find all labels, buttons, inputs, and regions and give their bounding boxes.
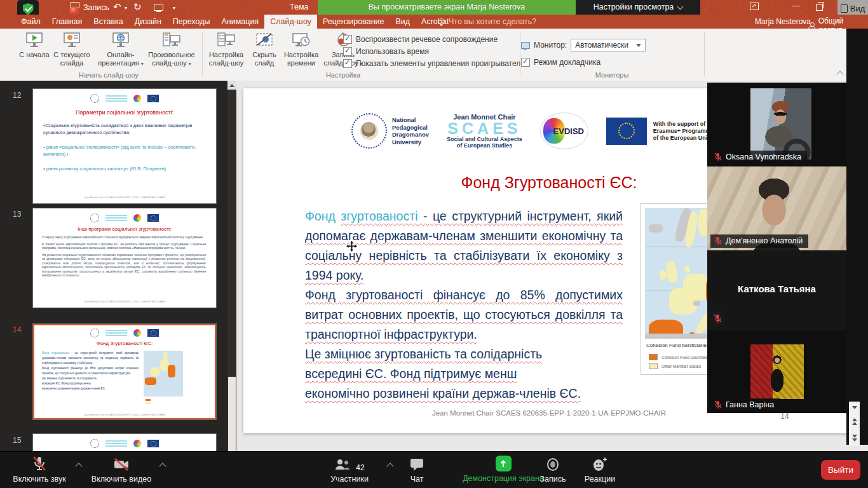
slide-thumbnail-12[interactable]: Параметри соціальної згуртованості: «Соц…: [33, 89, 216, 203]
thumb14-p3: Це зміцнює згуртованість та солідарність: [42, 376, 139, 381]
setup-slideshow-button[interactable]: Настройка слайд-шоу: [206, 32, 247, 67]
lightbulb-icon: [438, 18, 445, 25]
thumb14-map: [144, 351, 183, 407]
view-icon: [841, 4, 848, 13]
slide-thumbnail-15[interactable]: [33, 434, 216, 451]
undo-icon[interactable]: ↶: [113, 1, 121, 13]
start-video-button[interactable]: Включить видео: [86, 456, 156, 484]
previous-slide-button[interactable]: [852, 418, 857, 425]
tell-me-box[interactable]: Что вы хотите сделать?: [438, 17, 536, 26]
tab-animations[interactable]: Анимация: [215, 15, 264, 29]
ribbon-display-options-icon[interactable]: [750, 3, 759, 10]
custom-slideshow-button[interactable]: Произвольное слайд-шоу: [145, 32, 198, 68]
scroll-down-icon[interactable]: [852, 406, 857, 409]
restore-button[interactable]: [816, 4, 823, 11]
minimize-button[interactable]: —: [792, 1, 800, 10]
checkbox-icon: [521, 58, 530, 67]
rehearse-timings-button[interactable]: Настройка времени: [282, 32, 320, 67]
slide-body-text[interactable]: Фонд згуртованості - це структурний інст…: [305, 207, 623, 403]
tab-slideshow[interactable]: Слайд-шоу: [264, 15, 317, 29]
setup-slideshow-icon: [217, 32, 236, 48]
thumb13-title: Інші програми соціальної згуртованості:: [33, 226, 216, 232]
group-monitors: Мониторы: [520, 71, 704, 79]
zoom-viewing-banner: Вы просматриваете экран Marja Nesterova: [318, 0, 576, 15]
tab-home[interactable]: Главная: [46, 15, 88, 29]
rehearse-timings-icon: [292, 32, 311, 48]
participant-name: Oksana Vynohradska: [726, 152, 801, 161]
rehearse-timings-label: Настройка времени: [284, 51, 318, 67]
thumb13-body: У першу чергу згуртування Європейської С…: [42, 235, 206, 278]
reactions-label: Реакции: [580, 475, 620, 484]
body-p2: Фонд згуртованості фінансує до 85% допус…: [305, 285, 623, 344]
thumb12-body: «Соціальна згуртованість складається з д…: [43, 122, 203, 172]
reactions-button[interactable]: Реакции: [580, 456, 620, 484]
from-beginning-label: С начала: [19, 51, 49, 58]
slide-thumbnail-14-selected[interactable]: Фонд Згуртованості ЄС: Фонд згуртованост…: [33, 324, 216, 419]
slide-thumbnail-13[interactable]: Інші програми соціальної згуртованості: …: [33, 208, 216, 308]
legend-label: Cohesion Fund countries: [661, 355, 707, 360]
checkbox-show-media-controls[interactable]: Показать элементы управления проигрывате…: [343, 59, 530, 68]
thumb13-paragraph: Є багато інших європейських політик і пр…: [42, 242, 206, 250]
participant-tile-oksana[interactable]: Oksana Vynohradska: [707, 83, 846, 166]
start-slideshow-quick-icon[interactable]: [154, 4, 163, 11]
slide-nav-scroll-buttons[interactable]: [849, 402, 860, 446]
checkbox-use-timings[interactable]: Использовать время: [343, 47, 429, 56]
present-online-icon: [111, 32, 130, 48]
muted-mic-icon: [32, 456, 47, 472]
monitor-icon: [521, 42, 530, 49]
leave-button[interactable]: Выйти: [821, 460, 860, 480]
logos-strip: [33, 214, 216, 222]
quick-access-more-icon[interactable]: ▾: [173, 5, 175, 11]
participants-label: Участники: [316, 475, 383, 484]
scrollbar-thumb[interactable]: [228, 377, 236, 451]
slide-thumbnail-panel: 12 Параметри соціальної згуртованості: «…: [0, 81, 236, 451]
participants-chevron[interactable]: [386, 463, 393, 470]
monitor-select[interactable]: Автоматически: [571, 39, 646, 51]
participant-tile-katkova[interactable]: Каткова Татьяна: [707, 250, 846, 330]
view-settings-label: Настройки просмотра: [593, 0, 674, 15]
tab-view[interactable]: Вид: [390, 15, 416, 29]
recording-label: Запись: [83, 3, 109, 12]
participants-button[interactable]: 42 Участники: [316, 456, 383, 484]
checkbox-presenter-view[interactable]: Режим докладчика: [521, 58, 600, 67]
checkbox-play-narrations[interactable]: Воспроизвести речевое сопровождение: [343, 35, 498, 44]
tab-insert[interactable]: Вставка: [88, 15, 128, 29]
zoom-view-settings-button[interactable]: Настройки просмотра: [576, 0, 700, 15]
from-current-slide-button[interactable]: С текущего слайда: [52, 32, 92, 67]
hide-slide-button[interactable]: Скрыть слайд: [249, 32, 280, 67]
unmute-button[interactable]: Включить звук: [6, 456, 72, 484]
from-beginning-button[interactable]: С начала: [19, 32, 50, 59]
next-slide-button[interactable]: [852, 435, 857, 442]
ribbon-tabs: Файл Главная Вставка Дизайн Переходы Ани…: [15, 15, 454, 29]
participant-tile-hanna[interactable]: Ганна Варіна: [707, 330, 846, 413]
chat-icon: [409, 457, 424, 472]
logos-strip: [33, 94, 216, 103]
ribbon: С начала С текущего слайда Онлайн-презен…: [0, 29, 868, 81]
view-button-label: Вид: [850, 4, 865, 13]
chat-button[interactable]: Чат: [399, 456, 435, 484]
participant-photo: [750, 344, 804, 399]
zoom-participants-panel: Oksana Vynohradska Дем'яненко Анатолій К…: [707, 83, 846, 413]
thumb14-p2: Фонд згуртованості фінансує до 85% допус…: [42, 366, 139, 376]
participant-tile-demianenko[interactable]: Дем'яненко Анатолій: [707, 166, 846, 250]
present-online-button[interactable]: Онлайн-презентация: [97, 32, 145, 68]
tab-file[interactable]: Файл: [15, 15, 46, 29]
body-lead-word: Фонд: [305, 209, 341, 223]
undo-dropdown-icon[interactable]: ▾: [125, 5, 127, 11]
tab-review[interactable]: Рецензирование: [317, 15, 390, 29]
audio-options-chevron[interactable]: [75, 463, 82, 470]
repeat-icon[interactable]: ↻: [133, 1, 142, 13]
account-name[interactable]: Marja Nesterova: [755, 17, 811, 26]
collapse-ribbon-icon[interactable]: [836, 71, 843, 78]
evdisd-wordmark: EVDISD: [553, 126, 584, 136]
scroll-up-icon[interactable]: [227, 81, 236, 90]
record-button[interactable]: Запись: [534, 456, 572, 484]
hide-slide-label: Скрыть слайд: [252, 51, 276, 67]
video-options-chevron[interactable]: [159, 463, 166, 470]
slideshow-play-icon: [25, 32, 44, 48]
tab-design[interactable]: Дизайн: [129, 15, 167, 29]
slide-number-13: 13: [13, 210, 21, 219]
tab-transitions[interactable]: Переходы: [167, 15, 216, 29]
thumb14-p5: економічно розвинені країни держав-члені…: [42, 386, 139, 391]
thumbnail-scrollbar[interactable]: [227, 81, 236, 451]
